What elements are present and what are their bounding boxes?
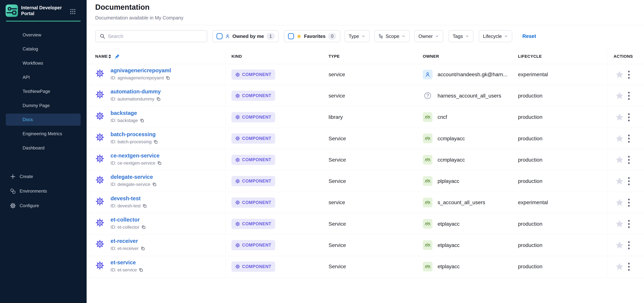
favorite-star-icon[interactable] <box>615 198 624 207</box>
more-menu-icon[interactable] <box>628 220 630 228</box>
filter-dropdown-lifecycle[interactable]: Lifecycle <box>479 30 512 42</box>
owner-cell[interactable]: account/nandeesh.gk@harn... <box>438 72 507 78</box>
sidebar-item-create[interactable]: Create <box>0 169 86 184</box>
favorite-star-icon[interactable] <box>615 91 624 100</box>
sidebar-item-dummy-page[interactable]: Dummy Page <box>0 98 86 113</box>
app-logo: Internal Developer Portal <box>6 5 62 17</box>
entity-name-link[interactable]: devesh-test <box>110 195 140 202</box>
owner-cell[interactable]: cncf <box>438 114 447 120</box>
app-title-line2: Portal <box>21 11 62 17</box>
more-menu-icon[interactable] <box>628 92 630 100</box>
favorite-star-icon[interactable] <box>615 241 624 249</box>
entity-name-link[interactable]: agnivagenericrepoyaml <box>110 68 171 74</box>
copy-icon[interactable] <box>140 118 144 123</box>
owner-cell[interactable]: ccmplayacc <box>438 136 465 142</box>
entity-name-link[interactable]: et-collector <box>110 217 140 223</box>
copy-icon[interactable] <box>142 204 147 208</box>
sidebar-item-engineering-metrics[interactable]: Engineering Metrics <box>0 127 86 141</box>
star-icon <box>296 34 302 39</box>
sort-desc-icon <box>108 57 111 59</box>
filter-dropdown-owner[interactable]: Owner <box>414 30 443 42</box>
entity-name-link[interactable]: batch-processing <box>110 131 156 138</box>
copy-icon[interactable] <box>166 76 170 80</box>
kind-badge: COMPONENT <box>232 219 275 229</box>
entity-name-link[interactable]: automation-dummy <box>110 89 161 95</box>
copy-icon[interactable] <box>156 97 161 101</box>
reset-filters-button[interactable]: Reset <box>522 34 536 39</box>
owner-cell[interactable]: ccmplayacc <box>438 157 465 163</box>
sidebar-item-overview[interactable]: Overview <box>0 28 86 42</box>
sidebar-item-environments[interactable]: Environments <box>0 184 86 198</box>
lifecycle-cell: production <box>518 178 542 184</box>
entity-name-link[interactable]: backstage <box>110 110 137 116</box>
table-row: delegate-service ID: delegate-service CO… <box>86 171 644 192</box>
apps-grid-icon[interactable] <box>70 8 76 15</box>
entity-name-link[interactable]: ce-nextgen-service <box>110 153 160 159</box>
sidebar-item-api[interactable]: API <box>0 70 86 84</box>
owner-cell[interactable]: etplayacc <box>438 221 460 227</box>
dropdown-label: Type <box>348 34 359 39</box>
favorite-star-icon[interactable] <box>615 219 624 228</box>
table-row: et-receiver ID: et-receiver COMPONENT Se… <box>86 235 644 256</box>
owned-by-me-checkbox[interactable] <box>216 33 222 39</box>
filter-dropdown-type[interactable]: Type <box>344 30 370 42</box>
owner-cell[interactable]: plplayacc <box>438 178 460 184</box>
more-menu-icon[interactable] <box>628 134 630 143</box>
copy-icon[interactable] <box>157 161 162 165</box>
sidebar-item-configure[interactable]: Configure <box>0 198 86 213</box>
entity-name-link[interactable]: delegate-service <box>110 174 153 180</box>
copy-icon[interactable] <box>140 246 145 251</box>
favorite-star-icon[interactable] <box>615 70 624 79</box>
copy-icon[interactable] <box>152 182 156 187</box>
more-menu-icon[interactable] <box>628 70 630 79</box>
copy-icon[interactable] <box>139 268 143 272</box>
sidebar-item-catalog[interactable]: Catalog <box>0 42 86 56</box>
sidebar-item-label: Dashboard <box>22 145 44 151</box>
more-menu-icon[interactable] <box>628 262 630 271</box>
more-menu-icon[interactable] <box>628 198 630 207</box>
owner-cell[interactable]: etplayacc <box>438 263 460 269</box>
kind-badge: COMPONENT <box>232 112 275 122</box>
search-box[interactable] <box>95 30 207 42</box>
owner-user-icon <box>423 70 432 79</box>
owner-cell[interactable]: s_account_all_users <box>438 199 485 205</box>
copy-icon[interactable] <box>154 140 158 144</box>
column-header-name[interactable]: NAME <box>95 54 108 59</box>
sidebar-item-testnewpage[interactable]: TestNewPage <box>0 84 86 98</box>
favorite-star-icon[interactable] <box>615 113 624 121</box>
filter-dropdown-tags[interactable]: Tags <box>448 30 474 42</box>
favorites-filter[interactable]: Favorites 0 <box>284 30 340 42</box>
search-input[interactable] <box>108 34 205 39</box>
favorites-checkbox[interactable] <box>288 33 294 39</box>
sidebar-item-docs[interactable]: Docs <box>0 113 86 127</box>
component-gear-icon <box>96 90 104 99</box>
entity-name-link[interactable]: et-receiver <box>110 238 138 244</box>
entity-name-link[interactable]: et-service <box>110 259 136 266</box>
owner-group-icon <box>423 112 432 122</box>
component-badge-gear-icon <box>235 115 240 120</box>
sort-toggle[interactable] <box>108 54 111 59</box>
more-menu-icon[interactable] <box>628 113 630 122</box>
page: Internal Developer Portal Overview Catal… <box>0 0 644 303</box>
owner-cell[interactable]: etplayacc <box>438 242 460 248</box>
owned-by-me-filter[interactable]: Owned by me 1 <box>212 30 279 42</box>
chevron-down-icon <box>402 34 406 38</box>
favorite-star-icon[interactable] <box>615 134 624 143</box>
copy-icon[interactable] <box>141 225 146 229</box>
more-menu-icon[interactable] <box>628 177 630 185</box>
more-menu-icon[interactable] <box>628 156 630 164</box>
type-cell: Service <box>328 263 346 269</box>
pin-icon[interactable] <box>114 54 120 59</box>
sidebar-item-dashboard[interactable]: Dashboard <box>0 141 86 155</box>
entity-id: ID: automationdummy <box>110 96 161 102</box>
favorite-star-icon[interactable] <box>615 177 624 185</box>
favorite-star-icon[interactable] <box>615 155 624 164</box>
type-cell: service <box>328 72 345 78</box>
owner-cell[interactable]: harness_account_all_users <box>438 93 501 99</box>
kind-badge: COMPONENT <box>232 197 275 208</box>
filter-dropdown-scope[interactable]: Scope <box>374 30 410 42</box>
more-menu-icon[interactable] <box>628 241 630 249</box>
favorite-star-icon[interactable] <box>615 262 624 271</box>
type-cell: library <box>328 114 343 120</box>
sidebar-item-workflows[interactable]: Workflows <box>0 56 86 70</box>
